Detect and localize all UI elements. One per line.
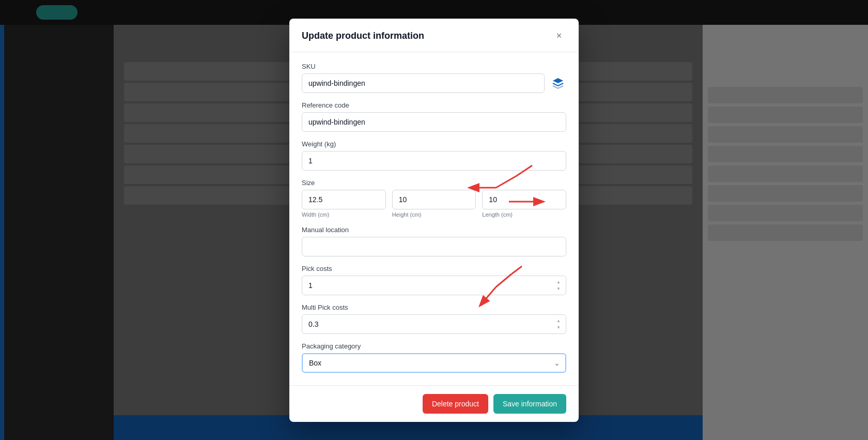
multi-pick-costs-wrap: ▲ ▼: [302, 314, 566, 334]
manual-location-label: Manual location: [302, 226, 566, 234]
manual-location-input[interactable]: [302, 237, 566, 256]
manual-location-group: Manual location: [302, 226, 566, 256]
size-group: Size Width (cm) Height (cm) Length (cm): [302, 179, 566, 218]
pick-costs-input[interactable]: [302, 276, 566, 295]
delete-product-button[interactable]: Delete product: [423, 394, 488, 414]
height-sub-label: Height (cm): [392, 211, 476, 218]
reference-code-input[interactable]: [302, 112, 566, 132]
multi-pick-costs-group: Multi Pick costs ▲ ▼: [302, 304, 566, 334]
width-sub-label: Width (cm): [302, 211, 386, 218]
modal-title: Update product information: [302, 31, 424, 41]
height-field: Height (cm): [392, 190, 476, 218]
modal-body: SKU Reference code Weight (kg): [289, 52, 579, 385]
packaging-category-group: Packaging category Box Envelope Pallet C…: [302, 342, 566, 373]
modal-header: Update product information ×: [289, 19, 579, 52]
save-information-button[interactable]: Save information: [493, 394, 566, 414]
reference-code-label: Reference code: [302, 101, 566, 109]
pick-costs-up[interactable]: ▲: [555, 279, 562, 285]
pick-costs-group: Pick costs ▲ ▼: [302, 265, 566, 295]
sku-label: SKU: [302, 63, 566, 70]
modal-footer: Delete product Save information: [289, 385, 579, 422]
weight-group: Weight (kg): [302, 140, 566, 171]
reference-code-group: Reference code: [302, 101, 566, 132]
weight-label: Weight (kg): [302, 140, 566, 148]
close-button[interactable]: ×: [552, 29, 566, 43]
multi-pick-costs-spinners: ▲ ▼: [555, 317, 562, 330]
width-field: Width (cm): [302, 190, 386, 218]
layers-icon[interactable]: [550, 75, 566, 92]
packaging-category-select[interactable]: Box Envelope Pallet Custom: [302, 353, 566, 373]
sku-input[interactable]: [302, 73, 545, 93]
multi-pick-costs-input[interactable]: [302, 314, 566, 334]
height-input[interactable]: [392, 190, 476, 209]
weight-input[interactable]: [302, 151, 566, 171]
length-field: Length (cm): [482, 190, 566, 218]
pick-costs-label: Pick costs: [302, 265, 566, 272]
packaging-category-wrap: Box Envelope Pallet Custom ⌄: [302, 353, 566, 373]
update-product-modal: Update product information × SKU Referen…: [289, 19, 579, 422]
width-input[interactable]: [302, 190, 386, 209]
sku-row: [302, 73, 566, 93]
size-row: Width (cm) Height (cm) Length (cm): [302, 190, 566, 218]
length-input[interactable]: [482, 190, 566, 209]
multi-pick-costs-up[interactable]: ▲: [555, 317, 562, 324]
pick-costs-spinners: ▲ ▼: [555, 279, 562, 292]
size-label: Size: [302, 179, 566, 187]
multi-pick-costs-label: Multi Pick costs: [302, 304, 566, 311]
pick-costs-down[interactable]: ▼: [555, 285, 562, 292]
length-sub-label: Length (cm): [482, 211, 566, 218]
multi-pick-costs-down[interactable]: ▼: [555, 324, 562, 330]
packaging-category-label: Packaging category: [302, 342, 566, 350]
sku-group: SKU: [302, 63, 566, 93]
pick-costs-wrap: ▲ ▼: [302, 276, 566, 295]
